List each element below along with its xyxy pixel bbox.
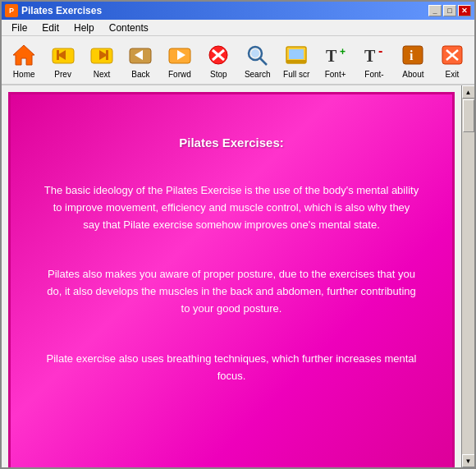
svg-rect-6 [106,50,108,60]
back-button[interactable]: Back [121,38,159,82]
page-body: Pilates Exercises: The basic ideology of… [8,92,455,467]
forwd-button[interactable]: Forwd [161,38,199,82]
svg-rect-18 [289,49,304,59]
toolbar: Home Prev Next [2,36,474,85]
stop-label: Stop [210,70,227,79]
title-bar-left: P Pilates Exercises [5,4,102,17]
scrollbar-down-button[interactable]: ▼ [462,454,475,467]
search-icon [245,42,271,68]
about-button[interactable]: i About [394,38,432,82]
exit-button[interactable]: Exit [433,38,471,82]
page-title: Pilates Exercises: [35,136,428,149]
prev-button[interactable]: Prev [43,38,81,82]
fontplus-button[interactable]: T + Font+ [316,38,354,82]
paragraph-2: Pilates also makes you aware of proper p… [35,258,428,325]
svg-text:T: T [326,47,337,65]
fontplus-label: Font+ [325,70,346,79]
next-button[interactable]: Next [83,38,121,82]
stop-icon [205,42,231,68]
svg-line-15 [260,58,267,65]
home-icon [11,42,37,68]
scrollbar: ▲ ▼ [461,85,474,467]
home-label: Home [13,70,35,79]
svg-point-16 [251,49,259,57]
forwd-label: Forwd [168,70,191,79]
search-button[interactable]: Search [239,38,277,82]
menu-help[interactable]: Help [67,21,101,35]
content-area: Pilates Exercises: The basic ideology of… [2,85,474,467]
menu-file[interactable]: File [5,21,34,35]
fontplus-icon: T + [323,42,349,68]
fullscr-button[interactable]: Full scr [277,38,315,82]
search-label: Search [245,70,271,79]
fullscr-label: Full scr [283,70,309,79]
svg-text:-: - [378,44,382,57]
forwd-icon [167,42,193,68]
svg-text:T: T [364,47,376,65]
scrollbar-thumb[interactable] [463,99,474,132]
menu-contents[interactable]: Contents [103,21,155,35]
next-icon [89,42,115,68]
stop-button[interactable]: Stop [199,38,237,82]
svg-rect-3 [57,50,59,60]
paragraph-3: Pilate exercise also uses breathing tech… [35,343,428,393]
menu-bar: File Edit Help Contents [2,20,474,36]
fontminus-icon: T - [361,42,387,68]
home-button[interactable]: Home [5,38,43,82]
svg-rect-19 [286,60,306,63]
exit-label: Exit [446,70,460,79]
svg-marker-0 [13,45,34,65]
prev-label: Prev [54,70,71,79]
main-window: P Pilates Exercises _ □ ✕ File Edit Help… [0,0,476,469]
main-content: Pilates Exercises: The basic ideology of… [2,85,461,467]
app-icon: P [5,4,18,17]
paragraph-1: The basic ideology of the Pilates Exerci… [35,174,428,241]
exit-icon [439,42,465,68]
title-bar: P Pilates Exercises _ □ ✕ [2,2,474,20]
maximize-button[interactable]: □ [443,5,456,16]
fontminus-label: Font- [364,70,383,79]
menu-edit[interactable]: Edit [35,21,66,35]
title-controls: _ □ ✕ [428,5,471,16]
back-icon [127,42,153,68]
fullscr-icon [283,42,309,68]
fontminus-button[interactable]: T - Font- [355,38,393,82]
window-title: Pilates Exercises [21,5,102,16]
svg-text:i: i [410,48,414,62]
minimize-button[interactable]: _ [428,5,442,16]
next-label: Next [94,70,111,79]
scrollbar-up-button[interactable]: ▲ [462,85,475,99]
svg-text:+: + [340,46,346,57]
back-label: Back [131,70,149,79]
close-button[interactable]: ✕ [458,5,471,16]
about-label: About [402,70,423,79]
prev-icon [50,42,76,68]
about-icon: i [400,42,426,68]
